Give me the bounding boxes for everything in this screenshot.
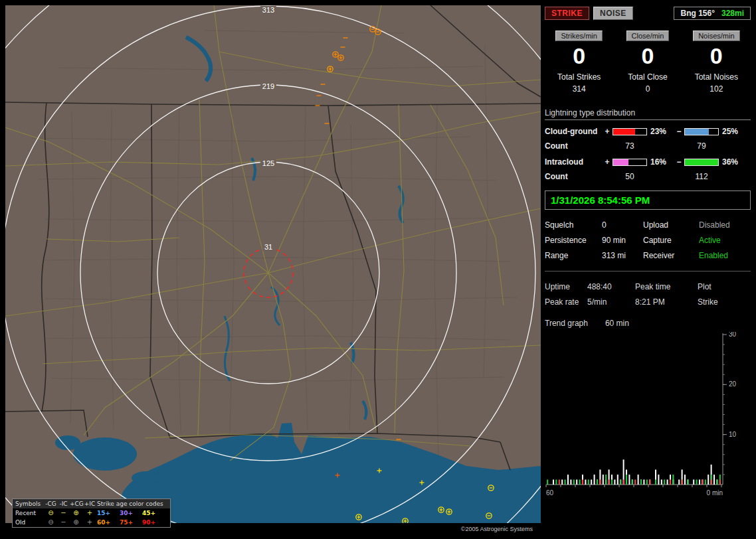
svg-text:30: 30 bbox=[729, 332, 737, 338]
strikes-per-min-value: 0 bbox=[545, 43, 613, 69]
noises-per-min-label: Noises/min bbox=[693, 31, 739, 41]
squelch-label: Squelch bbox=[545, 220, 602, 230]
peak-time-value: 8:21 PM bbox=[635, 297, 698, 307]
cg-plus-pct: 23% bbox=[648, 127, 674, 136]
radar-map[interactable]: 31321912531 bbox=[5, 5, 541, 523]
close-per-min-label: Close/min bbox=[626, 31, 670, 41]
squelch-value: 0 bbox=[602, 220, 643, 230]
upload-value: Disabled bbox=[699, 220, 747, 230]
uptime-label: Uptime bbox=[545, 282, 587, 291]
age-45: 45+ bbox=[142, 509, 167, 517]
bearing-range-value: 328mi bbox=[721, 9, 744, 18]
noises-per-min-value: 0 bbox=[682, 43, 751, 69]
trend-graph-header: Trend graph 60 min bbox=[545, 319, 751, 328]
minus-sign: − bbox=[675, 127, 683, 136]
section-divider bbox=[545, 271, 751, 271]
count-label: Count bbox=[545, 172, 602, 181]
minus-cg-icon: ⊖ bbox=[45, 509, 57, 517]
legend-age-header: Strike age color codes bbox=[97, 500, 167, 508]
legend-col-minus-cg: -CG bbox=[45, 500, 57, 508]
ic-minus-count: 112 bbox=[684, 172, 719, 181]
svg-text:0 min: 0 min bbox=[707, 489, 723, 497]
plus-cg-icon: ⊕ bbox=[70, 509, 82, 517]
legend-header-row: Symbols -CG -IC +CG +IC Strike age color… bbox=[13, 499, 170, 508]
ic-plus-pct: 16% bbox=[648, 157, 674, 167]
svg-text:60: 60 bbox=[546, 489, 554, 497]
map-canvas bbox=[5, 5, 541, 523]
cg-plus-count: 73 bbox=[613, 141, 647, 151]
bearing-display: Bng 156° 328mi bbox=[674, 7, 751, 20]
strike-toggle-button[interactable]: STRIKE bbox=[545, 7, 589, 20]
cloud-ground-label: Cloud-ground bbox=[545, 127, 602, 136]
datetime-display: 1/31/2026 8:54:56 PM bbox=[545, 191, 751, 210]
legend-symbols-header: Symbols bbox=[15, 500, 45, 508]
mode-toolbar: STRIKE NOISE Bng 156° 328mi bbox=[545, 7, 751, 20]
intracloud-row: Intracloud + 16% − 36% bbox=[545, 157, 751, 167]
control-panel: STRIKE NOISE Bng 156° 328mi Strikes/min … bbox=[545, 7, 751, 534]
cloud-ground-count-row: Count 73 79 bbox=[545, 141, 751, 151]
total-close-label: Total Close bbox=[613, 72, 682, 82]
trend-graph: 102030600 min bbox=[545, 332, 751, 499]
legend-col-minus-ic: -IC bbox=[57, 500, 70, 508]
trend-graph-label: Trend graph bbox=[545, 319, 588, 328]
capture-value: Active bbox=[699, 236, 747, 245]
close-per-min-value: 0 bbox=[613, 43, 682, 69]
ic-minus-bar bbox=[684, 159, 719, 166]
receiver-label: Receiver bbox=[643, 251, 699, 260]
range-label: Range bbox=[545, 251, 602, 260]
total-noises-label: Total Noises bbox=[682, 72, 751, 82]
peak-time-label: Peak time bbox=[635, 282, 698, 291]
age-30: 30+ bbox=[120, 509, 142, 517]
persistence-value: 90 min bbox=[602, 236, 643, 245]
app-window: 31321912531 Symbols -CG -IC +CG +IC Stri… bbox=[0, 0, 756, 539]
copyright-text: ©2005 Astrogenic Systems bbox=[5, 526, 541, 532]
upload-label: Upload bbox=[643, 220, 699, 230]
cloud-ground-row: Cloud-ground + 23% − 25% bbox=[545, 127, 751, 136]
noises-counter: Noises/min 0 Total Noises 102 bbox=[682, 31, 751, 94]
distribution-title: Lightning type distribution bbox=[545, 108, 751, 120]
intracloud-label: Intracloud bbox=[545, 157, 602, 167]
peak-rate-label: Peak rate bbox=[545, 297, 587, 307]
total-strikes-value: 314 bbox=[545, 84, 613, 94]
receiver-value: Enabled bbox=[699, 251, 747, 260]
trend-window-value: 60 min bbox=[605, 319, 629, 328]
bearing-value: Bng 156° bbox=[680, 9, 714, 18]
rate-counters: Strikes/min 0 Total Strikes 314 Close/mi… bbox=[545, 31, 751, 94]
legend-col-plus-ic: +IC bbox=[82, 500, 97, 508]
svg-text:10: 10 bbox=[729, 431, 737, 438]
legend-col-plus-cg: +CG bbox=[70, 500, 82, 508]
age-15: 15+ bbox=[97, 509, 120, 517]
count-label: Count bbox=[545, 141, 602, 151]
strikes-per-min-label: Strikes/min bbox=[555, 31, 602, 41]
capture-label: Capture bbox=[643, 236, 699, 245]
ic-minus-pct: 36% bbox=[720, 157, 747, 167]
plot-value: Strike bbox=[698, 297, 740, 307]
map-legend: Symbols -CG -IC +CG +IC Strike age color… bbox=[12, 499, 171, 528]
peak-rate-value: 5/min bbox=[587, 297, 635, 307]
range-value: 313 mi bbox=[602, 251, 643, 260]
minus-ic-icon: − bbox=[57, 509, 70, 517]
legend-recent-label: Recent bbox=[15, 509, 45, 517]
strikes-counter: Strikes/min 0 Total Strikes 314 bbox=[545, 31, 613, 94]
total-close-value: 0 bbox=[613, 84, 682, 94]
plot-label: Plot bbox=[698, 282, 740, 291]
ic-plus-count: 50 bbox=[613, 172, 647, 181]
cg-plus-bar bbox=[613, 128, 647, 135]
stats-grid: Uptime 488:40 Peak time Plot Peak rate 5… bbox=[545, 282, 751, 307]
minus-sign: − bbox=[675, 157, 683, 167]
noise-toggle-button[interactable]: NOISE bbox=[593, 7, 633, 20]
plus-sign: + bbox=[603, 157, 611, 167]
cg-minus-count: 79 bbox=[684, 141, 719, 151]
total-noises-value: 102 bbox=[682, 84, 751, 94]
uptime-value: 488:40 bbox=[587, 282, 635, 291]
cg-minus-bar bbox=[684, 128, 719, 135]
cg-minus-pct: 25% bbox=[720, 127, 747, 136]
intracloud-count-row: Count 50 112 bbox=[545, 172, 751, 181]
persistence-label: Persistence bbox=[545, 236, 602, 245]
close-counter: Close/min 0 Total Close 0 bbox=[613, 31, 682, 94]
datetime-value: 1/31/2026 8:54:56 PM bbox=[551, 194, 650, 206]
plus-ic-icon: + bbox=[82, 509, 97, 517]
svg-text:20: 20 bbox=[729, 380, 737, 388]
total-strikes-label: Total Strikes bbox=[545, 72, 613, 82]
plus-sign: + bbox=[603, 127, 611, 136]
